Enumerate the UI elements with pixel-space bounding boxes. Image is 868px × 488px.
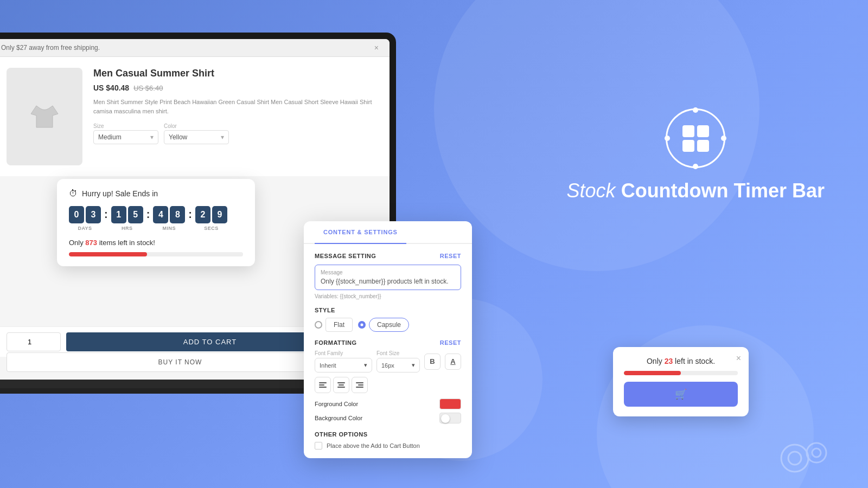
align-center-icon bbox=[337, 382, 345, 388]
svg-point-0 bbox=[781, 445, 808, 472]
days-digit-2: 3 bbox=[86, 206, 101, 223]
align-right-icon bbox=[356, 382, 363, 388]
stock-popup-bar-container bbox=[624, 371, 738, 375]
font-family-label: Font Family bbox=[315, 350, 372, 356]
price-row: US $40.48 US $6.40 bbox=[93, 84, 373, 92]
align-left-icon bbox=[319, 382, 327, 388]
timer-icon: ⏱ bbox=[69, 189, 78, 198]
message-reset-button[interactable]: RESET bbox=[440, 253, 461, 259]
message-input-label: Message bbox=[321, 269, 455, 275]
stock-popup-text: Only 23 left in stock. bbox=[624, 357, 738, 365]
brand-title: Stock Countdown Timer Bar bbox=[567, 179, 825, 202]
brand-square-3 bbox=[682, 140, 694, 152]
message-input-container[interactable]: Message Only {{stock_number}} products l… bbox=[315, 265, 461, 290]
brand-square-4 bbox=[697, 140, 709, 152]
place-above-checkbox[interactable] bbox=[315, 442, 322, 450]
hrs-label: HRS bbox=[122, 226, 133, 231]
style-flat-radio[interactable] bbox=[315, 321, 322, 329]
svg-point-1 bbox=[788, 452, 801, 465]
bold-button[interactable]: B bbox=[424, 354, 441, 370]
font-size-value: 16px bbox=[381, 362, 394, 369]
stock-text: Only 873 items left in stock! bbox=[69, 239, 243, 247]
foreground-color-label: Forground Color bbox=[315, 401, 358, 407]
checkbox-row[interactable]: Place above the Add to Cart Button bbox=[315, 442, 461, 450]
style-capsule-radio[interactable] bbox=[358, 321, 366, 329]
brand-title-bold: Countdown Timer Bar bbox=[621, 179, 825, 202]
style-flat-button[interactable]: Flat bbox=[326, 318, 353, 332]
formatting-reset-button[interactable]: RESET bbox=[440, 339, 461, 346]
timer-hrs: 1 5 HRS bbox=[111, 206, 143, 231]
product-details: Men Casual Summer Shirt US $40.48 US $6.… bbox=[93, 68, 373, 165]
product-price: US $40.48 bbox=[93, 84, 129, 92]
size-value: Medium bbox=[98, 133, 122, 141]
color-row: Forground Color Background Color bbox=[315, 399, 461, 423]
style-section-label: STYLE bbox=[315, 307, 461, 313]
formatting-section: FORMATTING RESET Font Family Inherit ▾ F… bbox=[315, 339, 461, 423]
other-options-section: OTHER OPTIONS Place above the Add to Car… bbox=[315, 431, 461, 450]
font-size-select[interactable]: 16px ▾ bbox=[376, 358, 420, 373]
secs-label: SECS bbox=[204, 226, 219, 231]
size-label: Size bbox=[93, 123, 158, 129]
place-above-label: Place above the Add to Cart Button bbox=[327, 442, 420, 449]
mins-digit-2: 8 bbox=[170, 206, 185, 223]
align-left-button[interactable] bbox=[315, 377, 331, 393]
brand-title-italic: Stock bbox=[567, 179, 616, 202]
mins-digit-1: 4 bbox=[153, 206, 168, 223]
size-select[interactable]: Medium ▾ bbox=[93, 130, 158, 144]
stock-popup-bar bbox=[624, 371, 681, 375]
product-price-old: US $6.40 bbox=[133, 84, 163, 92]
font-size-label: Font Size bbox=[376, 350, 420, 356]
style-capsule-group[interactable]: Capsule bbox=[358, 318, 409, 332]
align-right-button[interactable] bbox=[352, 377, 368, 393]
secs-digit-2: 9 bbox=[212, 206, 227, 223]
brand-square-2 bbox=[697, 125, 709, 137]
align-row bbox=[315, 377, 461, 393]
mins-label: MINS bbox=[163, 226, 176, 231]
stock-suffix: items left in stock! bbox=[97, 239, 155, 247]
color-select[interactable]: Yellow ▾ bbox=[164, 130, 229, 144]
stock-popup-number: 23 bbox=[665, 357, 673, 365]
settings-panel: CONTENT & SETTINGS MESSAGE SETTING RESET… bbox=[304, 221, 472, 458]
brand-dot-right bbox=[721, 136, 726, 141]
brand-dot-left bbox=[665, 136, 670, 141]
stock-prefix: Only bbox=[69, 239, 85, 247]
buy-now-button[interactable]: BUY IT NOW bbox=[7, 352, 354, 372]
foreground-color-item: Forground Color bbox=[315, 399, 461, 409]
stock-popup-prefix: Only bbox=[647, 357, 665, 365]
cart-icon: 🛒 bbox=[675, 388, 687, 400]
style-capsule-button[interactable]: Capsule bbox=[369, 318, 409, 332]
stock-popup-close[interactable]: × bbox=[736, 354, 741, 363]
product-description: Men Shirt Summer Style Print Beach Hawai… bbox=[93, 98, 373, 115]
topbar-text: Only $27 away from free shipping. bbox=[1, 44, 100, 52]
colon-3: : bbox=[187, 208, 193, 221]
color-value: Yellow bbox=[169, 133, 187, 141]
style-section: STYLE Flat Capsule bbox=[315, 307, 461, 332]
hrs-digit-2: 5 bbox=[128, 206, 143, 223]
stock-bar-container bbox=[69, 252, 243, 256]
brand-dot-bottom bbox=[693, 164, 698, 169]
background-color-toggle[interactable] bbox=[439, 413, 461, 423]
stock-bar bbox=[69, 252, 147, 256]
font-family-select[interactable]: Inherit ▾ bbox=[315, 358, 372, 373]
secs-digit-1: 2 bbox=[195, 206, 210, 223]
settings-body: MESSAGE SETTING RESET Message Only {{sto… bbox=[304, 244, 472, 458]
background-color-label: Background Color bbox=[315, 415, 362, 421]
quantity-input[interactable] bbox=[7, 332, 61, 351]
svg-point-3 bbox=[812, 448, 821, 457]
color-label: Color bbox=[164, 123, 229, 129]
align-center-button[interactable] bbox=[333, 377, 349, 393]
underline-button[interactable]: A bbox=[445, 354, 461, 370]
countdown-header-text: Hurry up! Sale Ends in bbox=[82, 189, 158, 198]
formatting-label-text: FORMATTING bbox=[315, 339, 357, 346]
brand-dot-top bbox=[693, 107, 698, 113]
stock-popup-suffix: left in stock. bbox=[673, 357, 715, 365]
shop-content: Men Casual Summer Shirt US $40.48 US $6.… bbox=[0, 57, 390, 176]
toggle-knob bbox=[441, 414, 450, 423]
topbar-close[interactable]: × bbox=[374, 43, 379, 52]
svg-point-2 bbox=[807, 443, 826, 463]
tab-content-settings[interactable]: CONTENT & SETTINGS bbox=[315, 221, 406, 244]
stock-popup: × Only 23 left in stock. 🛒 bbox=[613, 347, 749, 416]
cart-button[interactable]: 🛒 bbox=[624, 382, 738, 407]
foreground-color-swatch[interactable] bbox=[439, 399, 461, 409]
style-flat-group[interactable]: Flat bbox=[315, 318, 353, 332]
